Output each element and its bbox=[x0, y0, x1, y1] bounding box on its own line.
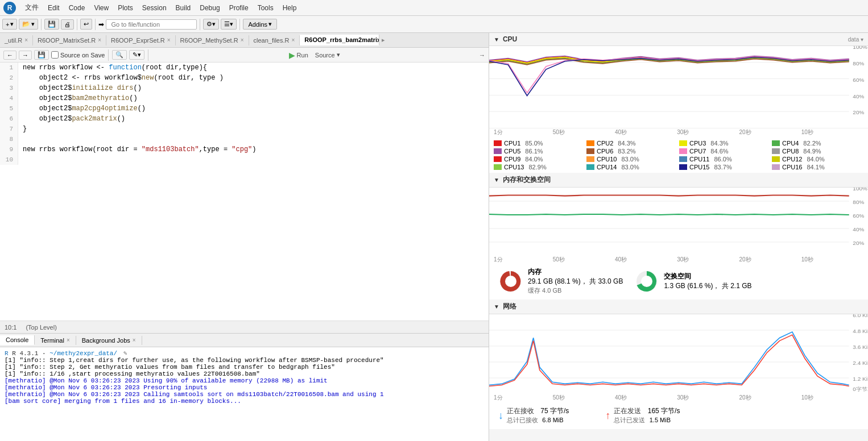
tab-util-label: _util.R bbox=[5, 37, 22, 44]
source-button[interactable]: Source▾ bbox=[315, 51, 340, 59]
mem-x-30s: 30秒 bbox=[677, 256, 689, 264]
memory-chart-svg: 100% 80% 60% 40% 20% bbox=[489, 188, 868, 256]
open-file-button[interactable]: 📂▾ bbox=[19, 19, 38, 30]
save-print-button[interactable]: 🖨 bbox=[61, 19, 74, 30]
code-line-2: 2 object2 <- rrbs workflow$new(root dir,… bbox=[0, 73, 489, 83]
menu-build[interactable]: Build bbox=[172, 3, 195, 13]
source-on-save-checkbox[interactable] bbox=[51, 51, 59, 59]
network-section-header[interactable]: ▼ 网络 bbox=[489, 299, 868, 314]
swap-item: 交换空间 1.3 GB (61.6 %)， 共 2.1 GB bbox=[634, 267, 751, 295]
new-file-button[interactable]: +▾ bbox=[2, 19, 17, 30]
tab-cleanfiles[interactable]: clean_files.R × bbox=[249, 35, 300, 45]
cpu5-value: 86.1% bbox=[525, 148, 543, 155]
code-line-10: 10 bbox=[0, 155, 489, 165]
tab-workflow[interactable]: R6OOP_rrbs_bam2matrix_workflow.R × bbox=[300, 35, 379, 45]
memory-section-header[interactable]: ▼ 内存和交换空间 bbox=[489, 173, 868, 188]
menu-help[interactable]: Help bbox=[279, 3, 300, 13]
cpu4-value: 82.2% bbox=[803, 140, 821, 147]
cpu7-label: CPU7 bbox=[689, 148, 706, 155]
code-tools-btn2[interactable]: ✎▾ bbox=[129, 50, 144, 60]
send-total-val: 1.5 MiB bbox=[650, 417, 671, 423]
tab-methyset-close[interactable]: × bbox=[241, 37, 244, 43]
toolbar-separator-2 bbox=[77, 19, 77, 30]
nav-forward-button[interactable]: → bbox=[19, 51, 32, 60]
jump-to-button[interactable]: → bbox=[479, 52, 485, 59]
nav-back-button[interactable]: ← bbox=[3, 51, 16, 60]
cpu5-color bbox=[494, 148, 502, 154]
svg-text:60%: 60% bbox=[853, 77, 864, 83]
code-tools-button[interactable]: ⚙▾ bbox=[203, 19, 219, 30]
ram-total: 共 33.0 GB bbox=[589, 277, 623, 285]
options-button[interactable]: ☰▾ bbox=[221, 19, 237, 30]
menu-debug[interactable]: Debug bbox=[196, 3, 223, 13]
code-editor[interactable]: 1 new rrbs workflow <- function(root dir… bbox=[0, 63, 489, 321]
mem-x-20s: 20秒 bbox=[739, 256, 751, 264]
source-on-save-label: Source on Save bbox=[60, 52, 105, 59]
terminal-tab-close[interactable]: × bbox=[67, 337, 70, 343]
tab-methyset[interactable]: R6OOP_MethySet.R × bbox=[176, 35, 249, 45]
undo-button[interactable]: ↩ bbox=[80, 19, 92, 30]
console-content[interactable]: R R 4.3.1 · ~/methy2expr_data/ ✎ [1] "in… bbox=[0, 347, 489, 441]
receive-total-label: 总计已接收 bbox=[507, 417, 538, 423]
menu-edit[interactable]: Edit bbox=[44, 3, 63, 13]
menu-session[interactable]: Session bbox=[139, 3, 170, 13]
search-button[interactable]: 🔍 bbox=[112, 50, 127, 60]
cpu4-label: CPU4 bbox=[782, 140, 799, 147]
cpu-section-header[interactable]: ▼ CPU data ▾ bbox=[489, 33, 868, 46]
tab-util-close[interactable]: × bbox=[24, 37, 28, 43]
tab-cleanfiles-close[interactable]: × bbox=[292, 37, 295, 43]
editor-save-button[interactable]: 💾 bbox=[34, 50, 49, 60]
net-x-30s: 30秒 bbox=[677, 394, 689, 402]
cpu-chevron-icon: ▼ bbox=[494, 36, 499, 43]
cpu2-item: CPU2 84.3% bbox=[586, 140, 678, 147]
mem-x-1min: 1分 bbox=[494, 256, 503, 264]
console-line-5: [methratio] @Mon Nov 6 03:26:23 2023 Pre… bbox=[5, 384, 484, 391]
bgjobs-tab-close[interactable]: × bbox=[133, 337, 136, 343]
console-tab-console[interactable]: Console bbox=[0, 335, 35, 345]
console-line-6: [methratio] @Mon Nov 6 03:26:23 2023 Cal… bbox=[5, 391, 484, 398]
line-content-3: object2$initialize dirs() bbox=[18, 83, 142, 93]
cpu14-item: CPU14 83.0% bbox=[586, 164, 678, 170]
console-tab-terminal[interactable]: Terminal × bbox=[35, 336, 76, 345]
cpu12-item: CPU12 84.0% bbox=[772, 156, 863, 163]
tab-matrixset-close[interactable]: × bbox=[98, 37, 101, 43]
r-logo: R bbox=[3, 2, 16, 14]
cpu4-color bbox=[772, 140, 780, 146]
more-tabs-indicator[interactable]: ▸ bbox=[379, 35, 387, 45]
tab-matrixset[interactable]: R6OOP_MatrixSet.R × bbox=[33, 35, 106, 45]
code-line-5: 5 object2$map2cpg4optimize() bbox=[0, 103, 489, 114]
source-on-save-checkbox-label[interactable]: Source on Save bbox=[51, 51, 105, 59]
cpu-chart-container: 100% 80% 60% 40% 20% bbox=[489, 46, 868, 128]
menu-file[interactable]: 文件 bbox=[22, 2, 42, 14]
run-button[interactable]: ▶ Run bbox=[289, 51, 308, 60]
net-x-40s: 40秒 bbox=[615, 394, 627, 402]
cpu13-label: CPU13 bbox=[504, 164, 524, 170]
cpu8-color bbox=[772, 148, 780, 154]
menu-code[interactable]: Code bbox=[65, 3, 89, 13]
tab-exprset-close[interactable]: × bbox=[167, 37, 171, 43]
menu-profile[interactable]: Profile bbox=[226, 3, 252, 13]
cpu10-item: CPU10 83.0% bbox=[586, 156, 678, 163]
console-edit-icon[interactable]: ✎ bbox=[123, 350, 127, 357]
line-num-3: 3 bbox=[0, 83, 18, 93]
tab-util[interactable]: _util.R × bbox=[0, 35, 33, 45]
upload-arrow-icon: ↑ bbox=[605, 410, 610, 422]
tab-exprset[interactable]: R6OOP_ExprSet.R × bbox=[106, 35, 176, 45]
menu-view[interactable]: View bbox=[90, 3, 112, 13]
tab-matrixset-label: R6OOP_MatrixSet.R bbox=[38, 37, 96, 44]
cpu8-item: CPU8 84.9% bbox=[772, 148, 863, 155]
menu-plots[interactable]: Plots bbox=[114, 3, 137, 13]
save-button[interactable]: 💾 bbox=[44, 19, 59, 30]
line-num-10: 10 bbox=[0, 155, 18, 165]
svg-text:40%: 40% bbox=[853, 226, 864, 232]
cpu12-color bbox=[772, 156, 780, 162]
svg-text:100%: 100% bbox=[853, 188, 867, 192]
cpu10-color bbox=[586, 156, 594, 162]
console-tabs: Console Terminal × Background Jobs × bbox=[0, 334, 489, 347]
send-text: 正在发送 165 字节/s 总计已发送 1.5 MiB bbox=[614, 406, 680, 425]
addins-button[interactable]: Addins ▾ bbox=[243, 19, 277, 30]
menu-tools[interactable]: Tools bbox=[254, 3, 277, 13]
console-tab-bgjobs[interactable]: Background Jobs × bbox=[76, 336, 142, 345]
go-to-file-input[interactable] bbox=[106, 19, 197, 30]
send-speed: 165 字节/s bbox=[648, 407, 680, 415]
